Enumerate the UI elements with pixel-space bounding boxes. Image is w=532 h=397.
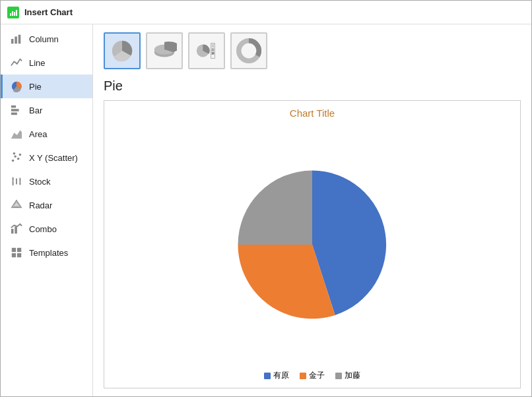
svg-rect-41	[212, 48, 215, 51]
svg-rect-30	[15, 226, 17, 233]
legend-item-2: 加藤	[335, 370, 360, 381]
title-bar: Insert Chart	[1, 1, 531, 24]
chart-type-title: Pie	[104, 78, 521, 94]
svg-rect-40	[212, 52, 215, 55]
svg-rect-31	[12, 248, 16, 252]
thumb-pie-standard[interactable]	[104, 32, 141, 69]
sidebar-label-area: Area	[29, 129, 47, 139]
area-icon	[9, 127, 24, 141]
scatter-icon	[9, 150, 24, 165]
thumb-pie-bar[interactable]	[188, 32, 225, 69]
svg-rect-4	[11, 39, 14, 44]
svg-point-14	[17, 158, 20, 160]
chart-thumbnails	[104, 32, 521, 69]
main-panel: Pie Chart Title	[93, 24, 531, 396]
sidebar-item-line[interactable]: Line	[1, 51, 92, 75]
legend-item-0: 有原	[264, 370, 289, 381]
insert-chart-window: Insert Chart Column	[0, 0, 532, 397]
legend-color-0	[264, 373, 271, 379]
svg-marker-28	[15, 203, 18, 206]
pie-chart	[111, 124, 514, 365]
svg-point-16	[13, 152, 16, 155]
sidebar-label-radar: Radar	[29, 200, 52, 210]
svg-rect-1	[12, 11, 13, 16]
templates-icon	[9, 245, 24, 260]
sidebar: Column Line Pie	[1, 24, 93, 396]
chart-title: Chart Title	[290, 107, 335, 119]
sidebar-label-line: Line	[29, 58, 46, 68]
svg-rect-34	[17, 253, 21, 257]
sidebar-label-templates: Templates	[29, 248, 68, 258]
svg-rect-6	[18, 35, 21, 44]
svg-point-15	[19, 154, 22, 156]
sidebar-label-stock: Stock	[29, 177, 51, 187]
sidebar-item-column[interactable]: Column	[1, 27, 92, 51]
svg-rect-42	[212, 44, 215, 48]
sidebar-label-combo: Combo	[29, 224, 57, 234]
svg-point-12	[12, 160, 15, 162]
column-icon	[9, 32, 24, 46]
svg-rect-10	[11, 113, 17, 115]
svg-rect-29	[11, 229, 14, 233]
svg-rect-9	[11, 109, 19, 111]
pie-icon	[9, 79, 24, 94]
radar-icon	[9, 198, 24, 212]
legend-label-1: 金子	[309, 370, 325, 381]
chart-area: Chart Title	[104, 100, 521, 388]
svg-rect-32	[17, 248, 21, 252]
legend-color-2	[335, 373, 342, 379]
window-title: Insert Chart	[24, 7, 73, 17]
sidebar-item-xyscatter[interactable]: X Y (Scatter)	[1, 146, 92, 169]
svg-rect-2	[14, 12, 15, 16]
svg-rect-3	[16, 10, 17, 16]
combo-icon	[9, 222, 24, 236]
sidebar-label-pie: Pie	[29, 82, 42, 92]
sidebar-label-bar: Bar	[29, 106, 42, 115]
sidebar-item-stock[interactable]: Stock	[1, 169, 92, 193]
sidebar-item-radar[interactable]: Radar	[1, 193, 92, 217]
chart-legend: 有原 金子 加藤	[264, 370, 360, 381]
sidebar-label-scatter: X Y (Scatter)	[29, 153, 78, 163]
legend-label-2: 加藤	[345, 370, 360, 381]
stock-icon	[9, 174, 24, 189]
app-icon	[7, 7, 19, 18]
sidebar-label-column: Column	[29, 34, 59, 44]
svg-rect-5	[15, 36, 17, 44]
legend-label-0: 有原	[273, 370, 289, 381]
sidebar-item-templates[interactable]: Templates	[1, 241, 92, 264]
legend-color-1	[300, 373, 306, 379]
main-content: Column Line Pie	[1, 24, 531, 396]
thumb-pie-3d[interactable]	[146, 32, 183, 69]
sidebar-item-area[interactable]: Area	[1, 122, 92, 146]
line-icon	[9, 55, 24, 70]
sidebar-item-bar[interactable]: Bar	[1, 98, 92, 122]
svg-marker-11	[11, 131, 22, 139]
legend-item-1: 金子	[300, 370, 325, 381]
sidebar-item-pie[interactable]: Pie	[1, 75, 92, 98]
bar-icon	[9, 103, 24, 117]
svg-point-13	[14, 155, 17, 158]
svg-rect-33	[12, 253, 16, 257]
svg-rect-8	[11, 106, 16, 108]
sidebar-item-combo[interactable]: Combo	[1, 217, 92, 241]
svg-rect-0	[10, 13, 11, 16]
thumb-donut[interactable]	[230, 32, 267, 69]
